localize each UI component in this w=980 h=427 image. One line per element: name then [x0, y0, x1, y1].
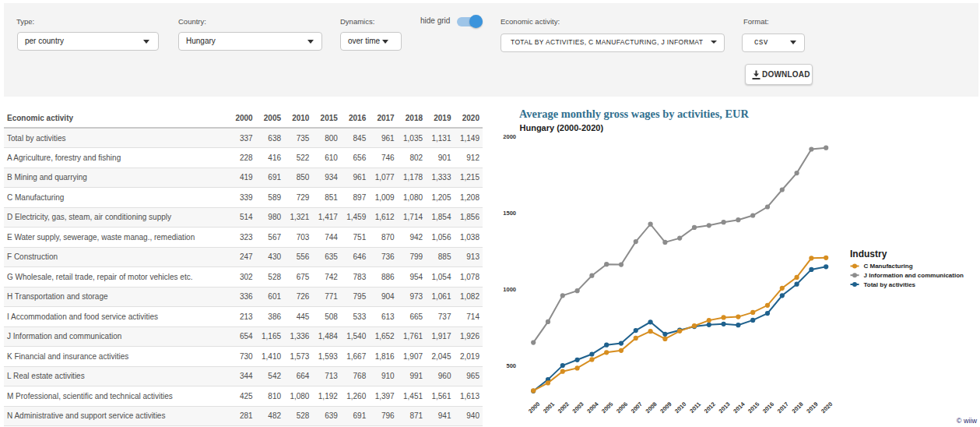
svg-text:2001: 2001: [542, 401, 556, 415]
svg-text:2009: 2009: [659, 401, 673, 415]
svg-text:© wiiw: © wiiw: [957, 417, 978, 425]
svg-text:1000: 1000: [503, 286, 516, 293]
svg-text:Average monthly gross wages by: Average monthly gross wages by activitie…: [519, 108, 749, 120]
svg-text:2011: 2011: [688, 401, 702, 415]
svg-text:2018: 2018: [791, 401, 805, 415]
svg-text:2005: 2005: [600, 401, 614, 415]
svg-text:2013: 2013: [718, 401, 732, 415]
svg-text:2007: 2007: [630, 401, 644, 415]
svg-text:2003: 2003: [571, 401, 585, 415]
svg-text:2019: 2019: [805, 401, 819, 415]
svg-text:2010: 2010: [673, 401, 687, 415]
svg-text:2014: 2014: [732, 400, 746, 415]
svg-text:C Manufacturing: C Manufacturing: [864, 263, 913, 270]
svg-text:2020: 2020: [820, 401, 834, 415]
svg-text:2008: 2008: [645, 401, 659, 415]
svg-text:Total by activities: Total by activities: [864, 281, 916, 288]
svg-text:2006: 2006: [615, 401, 629, 415]
svg-text:2004: 2004: [585, 400, 600, 415]
svg-text:2015: 2015: [746, 401, 760, 415]
svg-text:J Information and communicatio: J Information and communication: [864, 272, 964, 279]
svg-text:2000: 2000: [503, 133, 516, 140]
svg-text:2017: 2017: [776, 401, 790, 415]
svg-text:2000: 2000: [527, 401, 541, 415]
svg-text:2012: 2012: [703, 401, 717, 415]
svg-text:1500: 1500: [503, 210, 516, 217]
svg-text:Industry: Industry: [850, 249, 887, 259]
svg-text:500: 500: [506, 362, 516, 369]
svg-text:2002: 2002: [557, 401, 571, 415]
svg-text:2016: 2016: [761, 401, 775, 415]
svg-text:Hungary (2000-2020): Hungary (2000-2020): [520, 123, 604, 132]
